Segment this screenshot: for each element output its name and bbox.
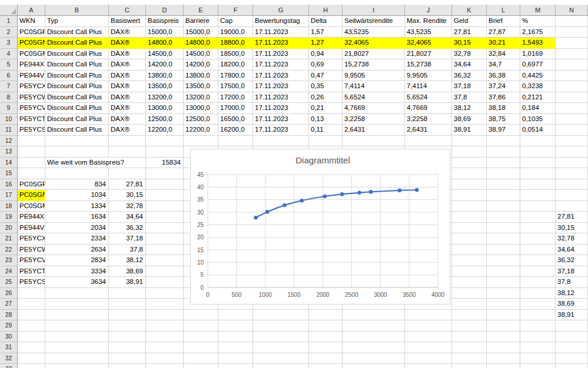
cell-M19[interactable]	[520, 212, 556, 223]
cell-H8[interactable]: 0,26	[309, 92, 343, 103]
cell-G1[interactable]: Bewertungstag	[253, 16, 309, 27]
cell-N15[interactable]	[556, 168, 588, 179]
cell-K9[interactable]: 38,12	[452, 103, 487, 114]
cell-K28[interactable]	[452, 310, 487, 321]
cell-F29[interactable]	[218, 320, 253, 332]
row-header-30[interactable]: 30	[0, 332, 18, 343]
cell-A3[interactable]: PC0SGN	[18, 38, 45, 49]
cell-B24[interactable]: 3334	[45, 266, 109, 277]
cell-A17[interactable]: PC0SGN	[18, 190, 45, 201]
cell-C19[interactable]: 34,64	[109, 212, 146, 223]
cell-F32[interactable]	[218, 353, 253, 364]
cell-C17[interactable]: 30,15	[109, 190, 146, 201]
cell-E3[interactable]: 14800,0	[184, 38, 218, 49]
cell-I4[interactable]: 21,8027	[343, 49, 405, 60]
cell-A33[interactable]	[18, 364, 45, 368]
row-header-29[interactable]: 29	[0, 320, 18, 332]
cell-F10[interactable]: 16500,0	[218, 114, 253, 125]
cell-M12[interactable]	[520, 136, 556, 147]
cell-K12[interactable]	[452, 136, 487, 147]
cell-D10[interactable]: 12500,0	[146, 114, 184, 125]
cell-K5[interactable]: 34,64	[452, 59, 487, 71]
cell-M20[interactable]	[520, 223, 556, 234]
cell-E10[interactable]: 12500,0	[184, 114, 218, 125]
cell-D14[interactable]: 15834	[146, 158, 184, 169]
row-header-4[interactable]: 4	[0, 49, 18, 60]
chart-data-point[interactable]	[415, 188, 419, 192]
cell-G12[interactable]	[253, 136, 309, 147]
cell-K21[interactable]	[452, 233, 487, 245]
cell-L20[interactable]	[487, 223, 520, 234]
column-header-F[interactable]: F	[218, 5, 253, 16]
row-header-23[interactable]: 23	[0, 255, 18, 266]
cell-D17[interactable]	[146, 190, 184, 201]
cell-N30[interactable]	[556, 332, 588, 343]
row-header-11[interactable]: 11	[0, 125, 18, 136]
cell-C9[interactable]: DAX®	[109, 103, 146, 114]
cell-B32[interactable]	[45, 353, 109, 364]
cell-M27[interactable]	[520, 299, 556, 310]
cell-E28[interactable]	[184, 310, 218, 321]
column-header-L[interactable]: L	[487, 5, 520, 16]
cell-A15[interactable]	[18, 168, 45, 179]
cell-H2[interactable]: 1,57	[309, 27, 343, 38]
chart-data-point[interactable]	[340, 192, 344, 196]
chart-data-point[interactable]	[300, 199, 304, 203]
cell-J28[interactable]	[405, 310, 452, 321]
cell-B16[interactable]: 834	[45, 179, 109, 190]
cell-L16[interactable]	[487, 179, 520, 190]
chart-data-point[interactable]	[254, 216, 258, 220]
cell-H7[interactable]: 0,35	[309, 81, 343, 92]
cell-I32[interactable]	[343, 353, 405, 364]
cell-F5[interactable]: 18200,0	[218, 59, 253, 71]
cell-J9[interactable]: 4,7669	[405, 103, 452, 114]
cell-I11[interactable]: 2,6431	[343, 125, 405, 136]
cell-D15[interactable]	[146, 168, 184, 179]
row-header-21[interactable]: 21	[0, 233, 18, 245]
cell-B2[interactable]: Discount Call Plus	[45, 27, 109, 38]
select-all-corner[interactable]	[0, 5, 18, 16]
cell-M22[interactable]	[520, 245, 556, 256]
row-header-33[interactable]: 33	[0, 364, 18, 368]
cell-B4[interactable]: Discount Call Plus	[45, 49, 109, 60]
cell-N26[interactable]: 38,12	[556, 288, 588, 299]
cell-J11[interactable]: 2,6431	[405, 125, 452, 136]
cell-L7[interactable]: 37,24	[487, 81, 520, 92]
cell-M15[interactable]	[520, 168, 556, 179]
chart-series-line[interactable]	[256, 190, 417, 218]
cell-N32[interactable]	[556, 353, 588, 364]
cell-B6[interactable]: Discount Call Plus	[45, 71, 109, 82]
cell-D31[interactable]	[146, 342, 184, 353]
cell-D8[interactable]: 13200,0	[146, 92, 184, 103]
cell-I12[interactable]	[343, 136, 405, 147]
cell-J10[interactable]: 3,2258	[405, 114, 452, 125]
cell-M9[interactable]: 0,184	[520, 103, 556, 114]
cell-L24[interactable]	[487, 266, 520, 277]
cell-N4[interactable]	[556, 49, 588, 60]
row-header-16[interactable]: 16	[0, 179, 18, 190]
cell-K17[interactable]	[452, 190, 487, 201]
column-header-H[interactable]: H	[309, 5, 343, 16]
cell-K30[interactable]	[452, 332, 487, 343]
cell-F12[interactable]	[218, 136, 253, 147]
cell-I8[interactable]: 5,6524	[343, 92, 405, 103]
cell-C32[interactable]	[109, 353, 146, 364]
cell-N8[interactable]	[556, 92, 588, 103]
cell-L2[interactable]: 27,87	[487, 27, 520, 38]
cell-E8[interactable]: 13200,0	[184, 92, 218, 103]
cell-E29[interactable]	[184, 320, 218, 332]
cell-A13[interactable]	[18, 146, 45, 158]
cell-H6[interactable]: 0,47	[309, 71, 343, 82]
chart-data-point[interactable]	[323, 195, 327, 199]
cell-D22[interactable]	[146, 245, 184, 256]
cell-L11[interactable]: 38,97	[487, 125, 520, 136]
column-header-M[interactable]: M	[520, 5, 556, 16]
cell-K3[interactable]: 30,15	[452, 38, 487, 49]
cell-A4[interactable]: PC0SGM	[18, 49, 45, 60]
cell-C28[interactable]	[109, 310, 146, 321]
cell-M4[interactable]: 1,0169	[520, 49, 556, 60]
cell-L12[interactable]	[487, 136, 520, 147]
cell-A9[interactable]: PE5YCV	[18, 103, 45, 114]
cell-J7[interactable]: 7,4114	[405, 81, 452, 92]
cell-K22[interactable]	[452, 245, 487, 256]
